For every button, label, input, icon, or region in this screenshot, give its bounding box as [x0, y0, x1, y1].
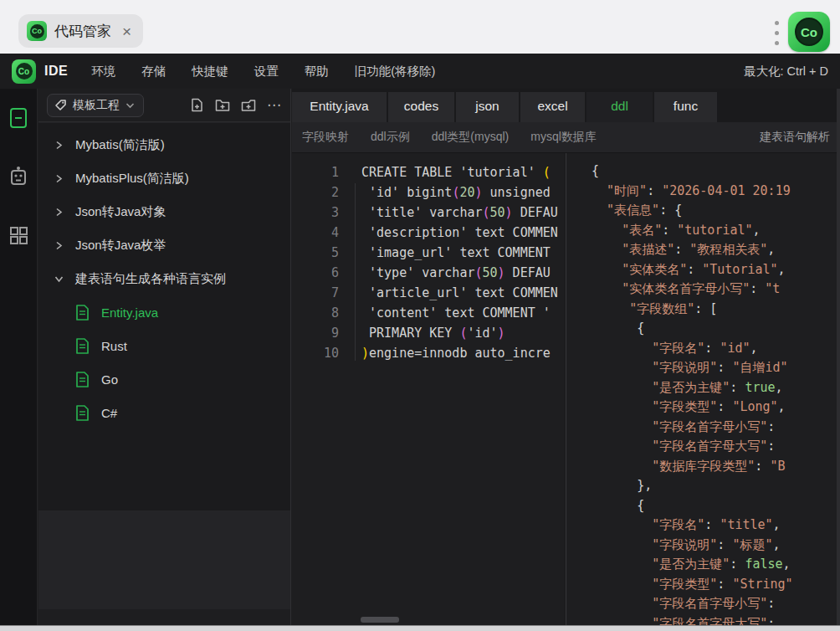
tree-item-label: Entity.java — [101, 305, 158, 320]
import-folder-icon[interactable] — [241, 98, 256, 113]
browser-tab-title: 代码管家 — [54, 22, 111, 41]
editor-tab-json[interactable]: json — [456, 92, 519, 122]
menu-item-4[interactable]: 设置 — [254, 64, 279, 80]
code-token: 'id' — [467, 326, 497, 341]
subtab-4[interactable]: mysql数据库 — [530, 130, 597, 145]
code-token: unsigned — [483, 185, 551, 200]
code-token: ) — [498, 265, 505, 280]
editor-subtab-row: 字段映射ddl示例ddl类型(mysql)mysql数据库 建表语句解析 — [292, 122, 840, 153]
code-token: : — [717, 360, 732, 375]
menu-item-2[interactable]: 存储 — [141, 64, 166, 80]
json-line: "实体类名": "Tutorial", — [566, 260, 840, 280]
json-indent — [592, 360, 652, 375]
tree-item-6[interactable]: Entity.java — [38, 295, 290, 329]
menu-item-6[interactable]: 旧功能(将移除) — [355, 64, 436, 80]
code-token: ( — [543, 165, 551, 180]
editor-tab-codes[interactable]: codes — [388, 92, 454, 122]
code-line: 7 'article_url' text COMMEN — [292, 283, 565, 303]
menu-item-1[interactable]: 环境 — [91, 64, 115, 80]
chevron-right-icon — [53, 139, 64, 151]
subtab-2[interactable]: ddl示例 — [371, 130, 410, 145]
robot-assistant-icon[interactable] — [8, 166, 29, 187]
menu-logo-icon: Co — [12, 59, 36, 84]
code-token: "是否为主键" — [652, 380, 730, 395]
tree-item-3[interactable]: Json转Java对象 — [38, 195, 290, 228]
explorer-empty-area — [38, 510, 290, 609]
templates-file-icon[interactable] — [8, 107, 29, 129]
json-line: "数据库字段类型": "B — [566, 457, 840, 477]
code-token: : — [767, 596, 775, 611]
close-icon[interactable]: × — [122, 23, 131, 39]
code-token: 'type' varchar — [361, 265, 474, 280]
line-number: 7 — [292, 283, 339, 303]
tree-item-1[interactable]: Mybatis(简洁版) — [38, 128, 290, 162]
code-token: : — [662, 223, 677, 238]
code-text: PRIMARY KEY ('id') — [339, 323, 505, 343]
subtab-1[interactable]: 字段映射 — [302, 130, 349, 145]
horizontal-scrollbar[interactable] — [361, 617, 399, 623]
more-icon[interactable]: ⋯ — [267, 98, 282, 113]
json-line: "表信息": { — [566, 201, 840, 221]
tree-item-4[interactable]: Json转Java枚举 — [38, 228, 290, 262]
json-indent — [592, 380, 652, 395]
tree-item-7[interactable]: Rust — [38, 329, 290, 362]
chevron-down-icon — [53, 273, 64, 285]
code-text: 'article_url' text COMMEN — [339, 283, 558, 303]
code-token: "字段名" — [652, 517, 704, 532]
json-result-view[interactable]: { "时间": "2026-04-01 20:19 "表信息": { "表名":… — [566, 153, 840, 625]
sql-editor[interactable]: 1CREATE TABLE 'tutorial' (2 'id' bigint(… — [292, 153, 565, 625]
code-token: "是否为主键" — [652, 557, 730, 572]
browser-tab[interactable]: Co 代码管家 × — [18, 14, 143, 48]
code-token: "字段名" — [652, 341, 704, 356]
tree-item-8[interactable]: Go — [38, 362, 290, 396]
menu-logo-text: Co — [16, 63, 33, 80]
code-token: ) — [505, 205, 513, 220]
code-token: "表名" — [622, 223, 662, 238]
json-line: "字段名首字母小写": — [566, 418, 840, 438]
window-title-bar: Co 代码管家 × Co — [0, 0, 840, 54]
code-token: 'content' text COMMENT ' — [361, 305, 551, 321]
json-indent — [592, 203, 607, 218]
editor-tab-excel[interactable]: excel — [520, 92, 585, 122]
json-line: "字段名首字母大写": — [566, 437, 840, 457]
code-token: "字段类型" — [652, 399, 717, 414]
chevron-right-icon — [53, 172, 64, 184]
tree-item-5[interactable]: 建表语句生成各种语言实例 — [38, 262, 290, 295]
code-token: "String" — [732, 577, 792, 592]
new-file-icon[interactable] — [189, 98, 204, 113]
json-indent — [592, 616, 652, 626]
app-name: IDE — [44, 64, 68, 79]
json-line: }, — [566, 476, 840, 496]
code-text: 'description' text COMMEN — [339, 223, 558, 243]
editor-tab-func[interactable]: func — [654, 92, 717, 122]
code-token: "Long" — [732, 399, 777, 414]
json-line: "字段名首字母大写": — [566, 614, 840, 626]
json-line: "是否为主键": true, — [566, 378, 840, 398]
code-token: "表信息" — [607, 203, 659, 218]
code-token: "数据库字段类型" — [652, 459, 755, 474]
subtab-3[interactable]: ddl类型(mysql) — [432, 130, 510, 145]
json-indent — [592, 419, 652, 434]
editor-tab-ddl[interactable]: ddl — [586, 92, 653, 122]
app-logo-badge[interactable]: Co — [788, 12, 830, 52]
new-folder-icon[interactable] — [215, 98, 230, 113]
menu-item-5[interactable]: 帮助 — [305, 64, 329, 80]
menu-item-3[interactable]: 快捷键 — [192, 64, 228, 80]
code-token: ) — [474, 185, 482, 200]
kebab-menu-icon[interactable] — [775, 21, 779, 45]
code-token: 'id' bigint — [361, 185, 452, 200]
tree-item-9[interactable]: C# — [38, 396, 290, 429]
code-line: 1CREATE TABLE 'tutorial' ( — [292, 162, 565, 182]
window-right-edge — [837, 89, 840, 625]
code-text: CREATE TABLE 'tutorial' ( — [339, 162, 551, 182]
editor-tab-entity-java[interactable]: Entity.java — [292, 92, 387, 122]
project-selector[interactable]: 模板工程 — [47, 94, 144, 117]
code-token: "字段名首字母大写" — [652, 616, 767, 626]
subtab-parse-ddl[interactable]: 建表语句解析 — [760, 130, 830, 145]
code-token: "字段名首字母大写" — [652, 439, 767, 454]
json-indent — [592, 537, 652, 552]
code-token: "字段说明" — [652, 537, 717, 552]
apps-grid-icon[interactable] — [8, 224, 29, 246]
tree-item-2[interactable]: MybatisPlus(简洁版) — [38, 162, 290, 195]
code-text: 'image_url' text COMMENT — [339, 243, 558, 263]
